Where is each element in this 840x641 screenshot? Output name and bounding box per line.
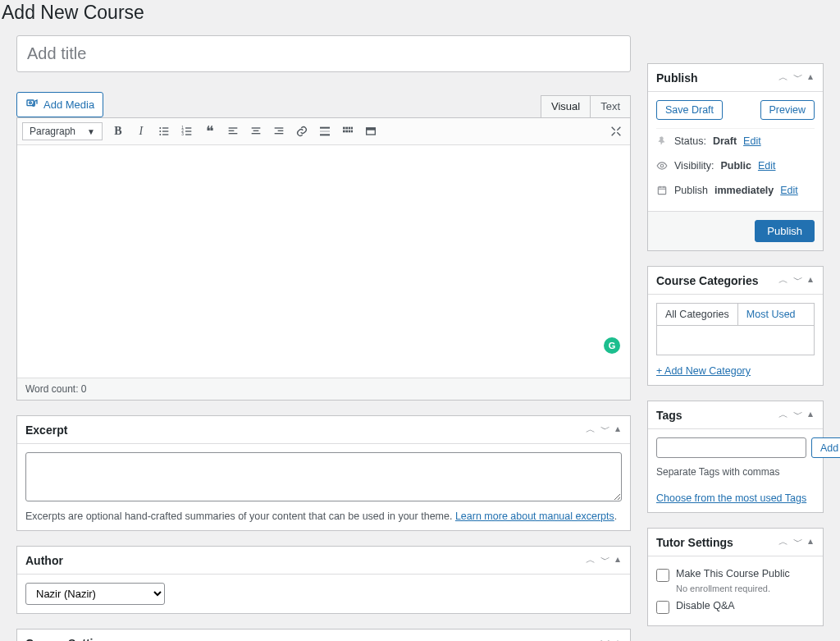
add-new-category-link[interactable]: + Add New Category xyxy=(656,365,751,377)
add-media-label: Add Media xyxy=(43,98,94,111)
word-count: Word count: 0 xyxy=(17,378,630,400)
svg-rect-20 xyxy=(275,127,284,128)
toggle-panel-icon[interactable]: ▴ xyxy=(806,535,815,549)
make-public-checkbox[interactable] xyxy=(656,569,669,582)
svg-rect-23 xyxy=(320,127,330,129)
readmore-button[interactable] xyxy=(316,122,334,140)
move-up-icon[interactable]: ︿ xyxy=(584,423,597,437)
fullscreen-button[interactable] xyxy=(362,122,380,140)
excerpt-desc: Excerpts are optional hand-crafted summa… xyxy=(25,511,455,522)
toggle-panel-icon[interactable]: ▴ xyxy=(806,273,815,287)
status-label: Status: xyxy=(674,135,706,147)
move-down-icon[interactable]: ﹀ xyxy=(599,636,612,641)
content-editor: Paragraph ▼ B I 123 ❝ xyxy=(16,117,631,401)
bullet-list-button[interactable] xyxy=(155,122,173,140)
move-down-icon[interactable]: ﹀ xyxy=(599,553,612,567)
svg-rect-25 xyxy=(320,134,330,135)
schedule-label: Publish xyxy=(674,185,708,196)
move-up-icon[interactable]: ︿ xyxy=(584,553,597,567)
link-button[interactable] xyxy=(293,122,311,140)
course-settings-heading: Course Settings xyxy=(25,637,113,642)
tab-visual[interactable]: Visual xyxy=(541,95,591,117)
schedule-value: immediately xyxy=(714,185,774,196)
chevron-down-icon: ▼ xyxy=(87,127,95,136)
publish-button[interactable]: Publish xyxy=(755,220,815,242)
align-right-button[interactable] xyxy=(270,122,288,140)
preview-button[interactable]: Preview xyxy=(760,100,815,120)
choose-most-used-tags-link[interactable]: Choose from the most used Tags xyxy=(656,492,806,504)
svg-text:3: 3 xyxy=(181,132,184,136)
eye-icon xyxy=(656,159,668,172)
svg-rect-33 xyxy=(351,130,353,133)
pin-icon xyxy=(656,135,668,148)
save-draft-button[interactable]: Save Draft xyxy=(656,100,723,120)
svg-rect-35 xyxy=(367,128,376,130)
toggle-panel-icon[interactable]: ▴ xyxy=(806,408,815,422)
svg-rect-26 xyxy=(343,127,345,130)
disable-qa-checkbox[interactable] xyxy=(656,601,669,614)
align-center-button[interactable] xyxy=(247,122,265,140)
grammarly-icon[interactable]: G xyxy=(604,337,620,354)
toggle-panel-icon[interactable]: ▴ xyxy=(614,423,622,437)
toggle-panel-icon[interactable]: ▴ xyxy=(614,553,622,567)
tab-most-used[interactable]: Most Used xyxy=(738,304,804,325)
move-down-icon[interactable]: ﹀ xyxy=(599,423,612,437)
svg-point-2 xyxy=(159,127,161,129)
move-down-icon[interactable]: ﹀ xyxy=(792,535,805,549)
bold-button[interactable]: B xyxy=(109,122,127,140)
tags-input[interactable] xyxy=(656,437,806,458)
toggle-panel-icon[interactable]: ▴ xyxy=(806,71,815,85)
categories-box: Course Categories ︿ ﹀ ▴ All Categories M… xyxy=(647,266,824,386)
move-down-icon[interactable]: ﹀ xyxy=(792,408,805,422)
make-public-sublabel: No enrollment required. xyxy=(676,584,815,593)
tab-all-categories[interactable]: All Categories xyxy=(657,304,738,325)
blockquote-button[interactable]: ❝ xyxy=(201,122,219,140)
svg-rect-28 xyxy=(349,127,351,130)
excerpt-learn-more-link[interactable]: Learn more about manual excerpts xyxy=(455,511,614,522)
make-public-label: Make This Course Public xyxy=(676,568,790,579)
visibility-edit-link[interactable]: Edit xyxy=(758,160,776,172)
camera-music-icon xyxy=(25,97,39,112)
format-select[interactable]: Paragraph ▼ xyxy=(22,122,103,140)
svg-point-4 xyxy=(159,130,161,132)
svg-rect-27 xyxy=(345,127,348,130)
title-input[interactable] xyxy=(16,35,631,72)
svg-rect-21 xyxy=(278,130,284,131)
numbered-list-button[interactable]: 123 xyxy=(178,122,196,140)
excerpt-heading: Excerpt xyxy=(25,424,67,437)
svg-rect-14 xyxy=(229,127,238,128)
move-down-icon[interactable]: ﹀ xyxy=(792,71,805,85)
move-up-icon[interactable]: ︿ xyxy=(584,636,597,641)
move-up-icon[interactable]: ︿ xyxy=(777,535,790,549)
distraction-free-button[interactable] xyxy=(607,122,625,140)
add-tag-button[interactable]: Add xyxy=(811,437,840,458)
visibility-label: Visibility: xyxy=(674,160,714,172)
status-edit-link[interactable]: Edit xyxy=(743,135,761,147)
svg-rect-32 xyxy=(349,130,351,133)
excerpt-textarea[interactable] xyxy=(25,452,622,501)
disable-qa-label: Disable Q&A xyxy=(676,600,735,611)
author-select[interactable]: Nazir (Nazir) xyxy=(25,583,165,605)
svg-rect-9 xyxy=(185,127,191,128)
svg-rect-18 xyxy=(253,130,259,131)
toggle-panel-icon[interactable]: ▴ xyxy=(614,636,622,641)
add-media-button[interactable]: Add Media xyxy=(16,92,103,117)
move-up-icon[interactable]: ︿ xyxy=(777,71,790,85)
align-left-button[interactable] xyxy=(224,122,242,140)
tab-text[interactable]: Text xyxy=(591,95,631,117)
move-up-icon[interactable]: ︿ xyxy=(777,273,790,287)
schedule-edit-link[interactable]: Edit xyxy=(780,185,798,196)
page-title: Add New Course xyxy=(2,2,840,24)
toolbar-toggle-button[interactable] xyxy=(339,122,357,140)
svg-rect-15 xyxy=(229,130,235,131)
editor-textarea[interactable]: G xyxy=(17,145,630,378)
tags-heading: Tags xyxy=(656,409,682,422)
category-list[interactable] xyxy=(656,326,815,355)
svg-rect-24 xyxy=(320,130,330,131)
move-down-icon[interactable]: ﹀ xyxy=(792,273,805,287)
svg-rect-19 xyxy=(252,133,261,134)
course-settings-box: Course Settings ︿ ﹀ ▴ xyxy=(16,629,631,641)
svg-point-36 xyxy=(660,164,664,167)
move-up-icon[interactable]: ︿ xyxy=(777,408,790,422)
italic-button[interactable]: I xyxy=(132,122,150,140)
